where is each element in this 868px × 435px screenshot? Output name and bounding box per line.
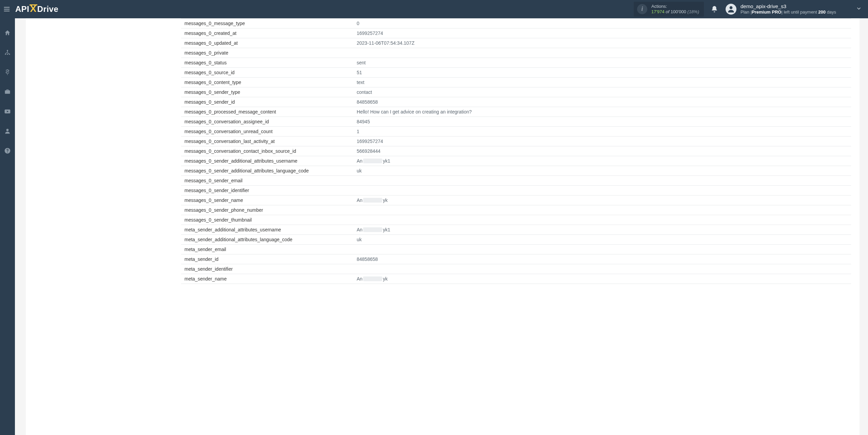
cell-value: uk: [353, 166, 851, 176]
nav-account[interactable]: [0, 125, 15, 137]
table-row: messages_0_conversation_last_activity_at…: [181, 137, 851, 146]
menu-toggle-button[interactable]: [0, 0, 14, 18]
cell-value: Anyk: [353, 274, 851, 284]
left-panel-blank: [42, 18, 181, 435]
cell-value: [353, 205, 851, 215]
cell-key: messages_0_updated_at: [181, 38, 353, 48]
cell-key: messages_0_conversation_unread_count: [181, 127, 353, 137]
table-row: messages_0_processed_message_contentHell…: [181, 107, 851, 117]
actions-title: Actions:: [651, 4, 699, 9]
table-row: meta_sender_identifier: [181, 264, 851, 274]
table-row: meta_sender_nameAnyk: [181, 274, 851, 284]
cell-key: messages_0_sender_additional_attributes_…: [181, 156, 353, 166]
table-row: messages_0_statussent: [181, 58, 851, 68]
cell-key: meta_sender_email: [181, 245, 353, 254]
svg-point-5: [5, 54, 6, 55]
table-row: messages_0_conversation_assignee_id84945: [181, 117, 851, 127]
cell-key: messages_0_status: [181, 58, 353, 68]
cell-value: [353, 186, 851, 195]
cell-value: [353, 48, 851, 58]
table-row: messages_0_sender_nameAnyk: [181, 195, 851, 205]
cell-value: Anyk1: [353, 156, 851, 166]
logo[interactable]: API X Drive: [15, 0, 58, 18]
cell-key: messages_0_message_type: [181, 19, 353, 28]
cell-key: messages_0_sender_additional_attributes_…: [181, 166, 353, 176]
cell-value: sent: [353, 58, 851, 68]
table-row: messages_0_sender_additional_attributes_…: [181, 156, 851, 166]
notifications-button[interactable]: [711, 5, 718, 13]
sidebar: [0, 18, 15, 435]
table-row: meta_sender_id84858658: [181, 254, 851, 264]
table-row: messages_0_created_at1699257274: [181, 28, 851, 38]
cell-key: meta_sender_id: [181, 254, 353, 264]
nav-billing[interactable]: [0, 66, 15, 78]
data-table: messages_0_message_type0messages_0_creat…: [181, 18, 851, 284]
cell-key: messages_0_source_id: [181, 68, 353, 78]
cell-value: 1699257274: [353, 28, 851, 38]
table-row: messages_0_conversation_unread_count1: [181, 127, 851, 137]
chevron-down-icon: [856, 5, 862, 13]
info-icon: i: [637, 4, 647, 14]
cell-value: Hello! How can I get advice on creating …: [353, 107, 851, 117]
cell-key: messages_0_sender_id: [181, 97, 353, 107]
cell-value: 84945: [353, 117, 851, 127]
table-row: messages_0_sender_id84858658: [181, 97, 851, 107]
cell-value: uk: [353, 235, 851, 245]
cell-value: 84858658: [353, 254, 851, 264]
table-row: messages_0_sender_thumbnail: [181, 215, 851, 225]
main-content: messages_0_message_type0messages_0_creat…: [15, 18, 868, 435]
nav-help[interactable]: [0, 145, 15, 157]
cell-value: 566928444: [353, 146, 851, 156]
actions-sub: 17'974 of 100'000 (18%): [651, 9, 699, 15]
svg-point-11: [7, 152, 8, 152]
cell-key: messages_0_sender_phone_number: [181, 205, 353, 215]
svg-point-9: [6, 129, 9, 131]
user-name: demo_apix-drive_s3: [741, 3, 836, 9]
cell-key: messages_0_processed_message_content: [181, 107, 353, 117]
nav-video[interactable]: [0, 105, 15, 118]
cell-key: meta_sender_additional_attributes_langua…: [181, 235, 353, 245]
cell-key: messages_0_created_at: [181, 28, 353, 38]
cell-value: 2023-11-06T07:54:34.107Z: [353, 38, 851, 48]
cell-value: 0: [353, 19, 851, 28]
cell-key: meta_sender_identifier: [181, 264, 353, 274]
cell-value: 51: [353, 68, 851, 78]
cell-key: messages_0_conversation_contact_inbox_so…: [181, 146, 353, 156]
cell-value: [353, 264, 851, 274]
table-row: messages_0_sender_additional_attributes_…: [181, 166, 851, 176]
table-row: messages_0_content_typetext: [181, 78, 851, 87]
cell-key: messages_0_sender_type: [181, 87, 353, 97]
cell-key: messages_0_sender_email: [181, 176, 353, 186]
table-row: messages_0_conversation_contact_inbox_so…: [181, 146, 851, 156]
logo-text-x: X: [30, 3, 37, 14]
cell-key: messages_0_sender_thumbnail: [181, 215, 353, 225]
cell-key: messages_0_conversation_last_activity_at: [181, 137, 353, 146]
cell-key: meta_sender_name: [181, 274, 353, 284]
cell-key: messages_0_sender_name: [181, 195, 353, 205]
user-menu[interactable]: demo_apix-drive_s3 Plan |Premium PRO| le…: [726, 3, 868, 15]
cell-key: messages_0_content_type: [181, 78, 353, 87]
cell-key: messages_0_conversation_assignee_id: [181, 117, 353, 127]
cell-value: 84858658: [353, 97, 851, 107]
cell-value: [353, 215, 851, 225]
table-row: messages_0_updated_at2023-11-06T07:54:34…: [181, 38, 851, 48]
table-row: meta_sender_additional_attributes_langua…: [181, 235, 851, 245]
logo-text-api: API: [15, 4, 29, 14]
actions-panel[interactable]: i Actions: 17'974 of 100'000 (18%): [634, 2, 704, 17]
cell-value: contact: [353, 87, 851, 97]
cell-value: Anyk: [353, 195, 851, 205]
logo-text-drive: Drive: [37, 4, 59, 14]
nav-briefcase[interactable]: [0, 86, 15, 98]
table-row: messages_0_sender_phone_number: [181, 205, 851, 215]
table-row: messages_0_sender_typecontact: [181, 87, 851, 97]
table-row: messages_0_sender_email: [181, 176, 851, 186]
nav-connections[interactable]: [0, 46, 15, 59]
user-plan: Plan |Premium PRO| left until payment 20…: [741, 9, 836, 15]
svg-point-3: [730, 6, 733, 9]
cell-key: messages_0_private: [181, 48, 353, 58]
cell-value: 1699257274: [353, 137, 851, 146]
nav-home[interactable]: [0, 27, 15, 39]
cell-value: Anyk1: [353, 225, 851, 235]
table-row: messages_0_private: [181, 48, 851, 58]
svg-point-4: [7, 50, 8, 51]
